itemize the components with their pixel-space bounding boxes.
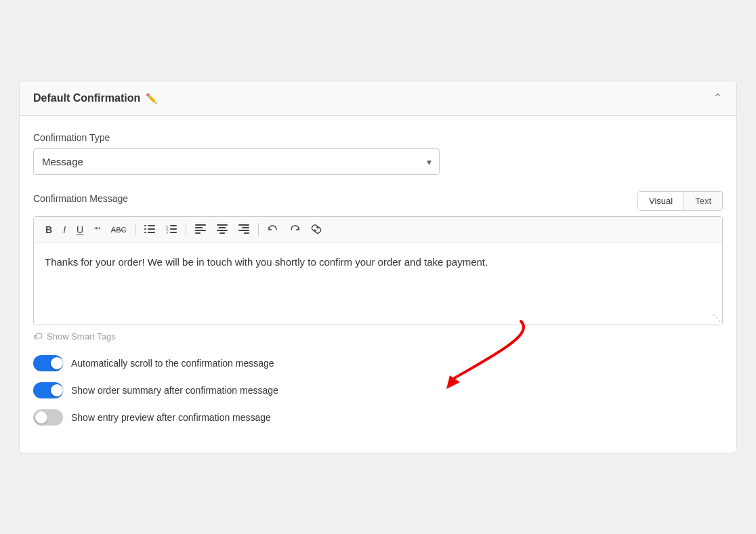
panel-title: Default Confirmation ✏️ — [33, 92, 157, 104]
svg-rect-21 — [242, 227, 249, 228]
svg-rect-17 — [219, 227, 226, 228]
svg-rect-18 — [217, 230, 228, 231]
confirmation-message-header: Confirmation Message Visual Text — [33, 191, 723, 211]
ordered-list-button[interactable]: 1. 2. 3. — [163, 222, 180, 237]
svg-rect-2 — [144, 228, 146, 230]
align-left-button[interactable] — [192, 222, 209, 237]
toggle-row-order-summary: Show order summary after confirmation me… — [33, 382, 723, 398]
unordered-list-button[interactable] — [141, 222, 159, 237]
blockquote-button[interactable]: ““ — [91, 224, 104, 237]
toggle-auto-scroll-slider — [33, 355, 63, 371]
svg-rect-22 — [238, 230, 249, 231]
toolbar-separator-1 — [135, 224, 135, 236]
default-confirmation-panel: Default Confirmation ✏️ ⌃ Confirmation T… — [19, 81, 737, 453]
svg-rect-9 — [170, 228, 177, 230]
resize-handle[interactable]: ⋱ — [711, 314, 721, 323]
toggle-auto-scroll-label: Automatically scroll to the confirmation… — [71, 358, 274, 369]
smart-tags-row: 🏷 Show Smart Tags — [33, 331, 723, 342]
toolbar-separator-2 — [186, 224, 186, 236]
svg-rect-4 — [144, 232, 146, 233]
svg-rect-13 — [195, 227, 203, 228]
confirmation-type-label: Confirmation Type — [33, 132, 723, 143]
svg-rect-7 — [170, 225, 177, 226]
align-right-button[interactable] — [235, 222, 253, 237]
editor-tab-group: Visual Text — [637, 191, 723, 211]
svg-rect-5 — [148, 232, 155, 233]
svg-rect-1 — [148, 225, 155, 226]
tag-icon: 🏷 — [33, 331, 43, 342]
strikethrough-button[interactable]: ABC — [108, 224, 130, 236]
tab-text[interactable]: Text — [684, 192, 722, 210]
svg-rect-3 — [148, 228, 155, 230]
confirmation-type-select-wrapper: Message Page Redirect ▾ — [33, 148, 440, 175]
svg-rect-11 — [170, 232, 177, 233]
svg-rect-23 — [244, 232, 249, 234]
toolbar-separator-3 — [258, 224, 259, 236]
toggle-order-summary[interactable] — [33, 382, 63, 398]
collapse-button[interactable]: ⌃ — [713, 92, 723, 104]
svg-rect-16 — [217, 224, 228, 226]
confirmation-message-label: Confirmation Message — [33, 193, 128, 204]
svg-rect-0 — [144, 225, 146, 226]
underline-button[interactable]: U — [73, 223, 87, 237]
svg-rect-20 — [238, 224, 249, 226]
svg-rect-19 — [219, 232, 225, 234]
link-button[interactable] — [308, 222, 325, 237]
toggle-row-entry-preview: Show entry preview after confirmation me… — [33, 409, 723, 426]
undo-button[interactable] — [264, 222, 282, 237]
toggle-entry-preview[interactable] — [33, 409, 63, 426]
toggle-auto-scroll[interactable] — [33, 355, 63, 371]
align-center-button[interactable] — [213, 222, 231, 237]
svg-text:3.: 3. — [166, 231, 170, 234]
editor-text: Thanks for your order! We will be in tou… — [45, 256, 488, 268]
svg-rect-12 — [195, 224, 206, 226]
show-smart-tags-link[interactable]: Show Smart Tags — [47, 331, 116, 342]
toggle-order-summary-slider — [33, 382, 63, 398]
tab-visual[interactable]: Visual — [638, 192, 684, 210]
editor-content[interactable]: Thanks for your order! We will be in tou… — [34, 243, 722, 325]
italic-button[interactable]: I — [60, 223, 69, 237]
confirmation-type-select[interactable]: Message Page Redirect — [33, 148, 440, 175]
panel-body: Confirmation Type Message Page Redirect … — [20, 116, 736, 453]
redo-button[interactable] — [286, 222, 303, 237]
panel-title-text: Default Confirmation — [33, 92, 140, 104]
bold-button[interactable]: B — [42, 223, 56, 237]
toggle-entry-preview-label: Show entry preview after confirmation me… — [71, 412, 271, 423]
toggle-order-summary-label: Show order summary after confirmation me… — [71, 385, 278, 396]
editor-container: B I U ““ ABC — [33, 216, 723, 325]
toggles-section: Automatically scroll to the confirmation… — [33, 355, 723, 426]
svg-rect-14 — [195, 230, 206, 231]
panel-header: Default Confirmation ✏️ ⌃ — [20, 81, 736, 116]
toggle-entry-preview-slider — [33, 409, 63, 426]
svg-rect-15 — [195, 232, 201, 234]
editor-toolbar: B I U ““ ABC — [34, 217, 722, 243]
edit-icon[interactable]: ✏️ — [146, 93, 157, 104]
toggle-row-auto-scroll: Automatically scroll to the confirmation… — [33, 355, 723, 371]
